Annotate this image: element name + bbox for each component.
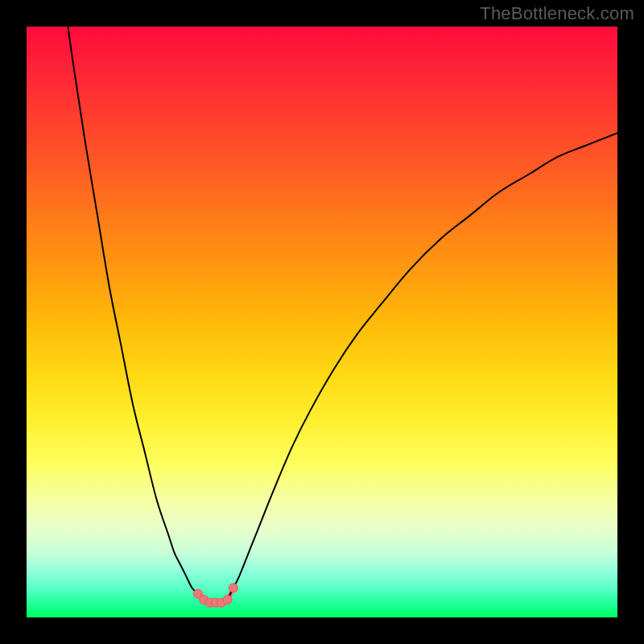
valley-marker [229,584,237,592]
curve-left-branch [68,27,204,600]
curve-right-branch [228,133,617,600]
valley-marker [223,595,232,604]
chart-svg [27,27,617,617]
plot-area [27,27,617,617]
watermark-text: TheBottleneck.com [480,3,634,24]
chart-frame: TheBottleneck.com [0,0,644,644]
